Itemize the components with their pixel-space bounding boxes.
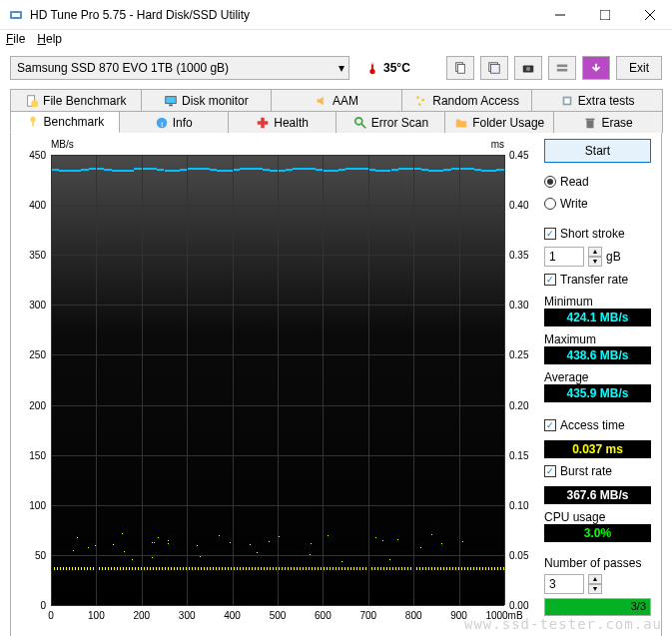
tab-health[interactable]: Health (228, 111, 337, 133)
titlebar: HD Tune Pro 5.75 - Hard Disk/SSD Utility (0, 0, 672, 30)
menubar: File Help (0, 30, 672, 50)
tab-file-benchmark[interactable]: File Benchmark (10, 89, 142, 111)
svg-rect-12 (491, 65, 500, 74)
access-time-value: 0.037 ms (544, 440, 651, 458)
minimum-value: 424.1 MB/s (544, 309, 651, 326)
passes-input[interactable] (544, 574, 584, 594)
svg-rect-15 (557, 65, 568, 68)
info-icon: i (155, 116, 169, 130)
maximum-value: 438.6 MB/s (544, 346, 651, 364)
transfer-rate-check[interactable]: ✓Transfer rate (544, 271, 651, 289)
benchmark-icon (26, 115, 40, 129)
exit-button[interactable]: Exit (616, 56, 662, 80)
svg-rect-8 (371, 65, 373, 72)
speaker-icon (315, 94, 329, 108)
file-benchmark-icon (25, 94, 39, 108)
tab-extra-tests[interactable]: Extra tests (531, 89, 663, 111)
benchmark-chart: MB/s ms 050100150200250300350400450 0.00… (21, 139, 536, 631)
maximum-label: Maximum (544, 332, 651, 346)
svg-rect-31 (258, 121, 269, 125)
random-icon (414, 94, 428, 108)
burst-rate-value: 367.6 MB/s (544, 486, 651, 504)
y-axis-left: 050100150200250300350400450 (21, 155, 49, 605)
average-value: 435.9 MB/s (544, 384, 651, 402)
thermometer-icon (365, 61, 379, 75)
app-icon (8, 7, 24, 23)
svg-rect-3 (600, 10, 610, 20)
svg-rect-19 (166, 96, 177, 103)
copy-info-button[interactable] (446, 56, 474, 80)
spin-down[interactable]: ▼ (588, 257, 602, 267)
spin-up[interactable]: ▲ (588, 247, 602, 257)
tab-disk-monitor[interactable]: Disk monitor (141, 89, 273, 111)
side-panel: Start Read Write ✓Short stroke ▲▼ gB ✓Tr… (536, 139, 651, 631)
extra-tests-icon (560, 94, 574, 108)
screenshot-button[interactable] (514, 56, 542, 80)
passes-progress: 3/3 (544, 598, 651, 616)
cpu-usage-label: CPU usage (544, 510, 651, 524)
svg-line-33 (361, 123, 365, 127)
svg-rect-35 (586, 118, 595, 120)
svg-point-18 (31, 100, 38, 107)
copy-screenshot-button[interactable] (480, 56, 508, 80)
svg-point-21 (416, 96, 419, 99)
drive-select[interactable]: Samsung SSD 870 EVO 1TB (1000 gB) ▾ (10, 56, 349, 80)
svg-rect-25 (564, 98, 569, 103)
svg-rect-34 (587, 120, 594, 128)
options-button[interactable] (548, 56, 576, 80)
passes-label: Number of passes (544, 556, 651, 570)
window-title: HD Tune Pro 5.75 - Hard Disk/SSD Utility (30, 8, 537, 22)
trash-icon (583, 116, 597, 130)
close-button[interactable] (627, 0, 672, 30)
svg-rect-20 (169, 104, 173, 106)
temperature-readout: 35°C (365, 61, 410, 75)
svg-point-23 (418, 103, 421, 106)
tab-error-scan[interactable]: Error Scan (336, 111, 445, 133)
start-button[interactable]: Start (544, 139, 651, 163)
access-time-check[interactable]: ✓Access time (544, 416, 651, 434)
svg-rect-1 (12, 13, 20, 17)
tab-random-access[interactable]: Random Access (401, 89, 533, 111)
svg-point-32 (354, 117, 361, 124)
burst-rate-check[interactable]: ✓Burst rate (544, 462, 651, 480)
health-icon (256, 116, 270, 130)
minimize-button[interactable] (537, 0, 582, 30)
folder-icon (454, 116, 468, 130)
tab-info[interactable]: iInfo (119, 111, 229, 133)
maximize-button[interactable] (582, 0, 627, 30)
svg-point-14 (526, 67, 530, 71)
svg-rect-27 (32, 121, 34, 126)
menu-help[interactable]: Help (37, 32, 62, 48)
plot-area (51, 155, 504, 605)
minimum-label: Minimum (544, 295, 651, 309)
passes-spin-down[interactable]: ▼ (588, 584, 602, 594)
tab-folder-usage[interactable]: Folder Usage (444, 111, 554, 133)
save-button[interactable] (582, 56, 610, 80)
toolbar: Samsung SSD 870 EVO 1TB (1000 gB) ▾ 35°C… (0, 50, 672, 86)
menu-file[interactable]: File (6, 32, 25, 48)
tab-benchmark[interactable]: Benchmark (10, 111, 120, 133)
y-axis-right: 0.000.050.100.150.200.250.300.350.400.45 (506, 155, 536, 605)
svg-text:i: i (161, 119, 163, 128)
tab-aam[interactable]: AAM (271, 89, 402, 111)
y-left-unit: MB/s (51, 139, 74, 150)
write-radio[interactable]: Write (544, 195, 651, 213)
short-stroke-input[interactable] (544, 247, 584, 267)
monitor-icon (164, 94, 178, 108)
passes-spin-up[interactable]: ▲ (588, 574, 602, 584)
svg-point-22 (422, 98, 425, 101)
y-right-unit: ms (491, 139, 504, 150)
chevron-down-icon: ▾ (338, 61, 344, 75)
cpu-usage-value: 3.0% (544, 524, 651, 542)
tab-row-top: File Benchmark Disk monitor AAM Random A… (10, 88, 662, 111)
read-radio[interactable]: Read (544, 173, 651, 191)
tab-erase[interactable]: Erase (553, 111, 663, 133)
search-icon (353, 116, 367, 130)
svg-rect-16 (557, 69, 568, 72)
short-stroke-check[interactable]: ✓Short stroke (544, 225, 651, 243)
average-label: Average (544, 370, 651, 384)
svg-rect-10 (457, 65, 464, 74)
tab-row-bottom: Benchmark iInfo Health Error Scan Folder… (10, 110, 662, 132)
drive-select-label: Samsung SSD 870 EVO 1TB (1000 gB) (17, 61, 229, 75)
